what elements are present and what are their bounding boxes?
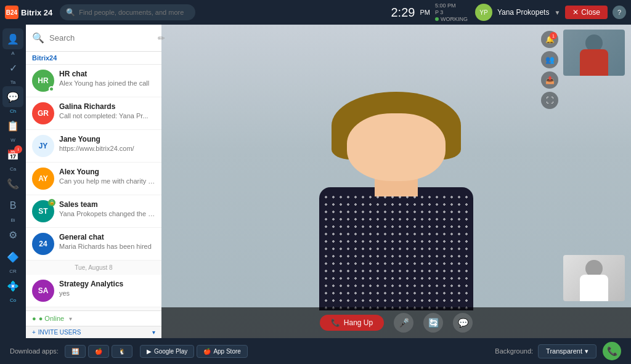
invite-users-bar[interactable]: + INVITE USERS ▾ <box>26 326 161 338</box>
windows-app-button[interactable]: 🪟 <box>65 345 86 358</box>
apple-icon: 🍎 <box>95 348 102 355</box>
people-count: P 3 <box>435 9 468 15</box>
sidebar-label-w: W <box>10 137 15 143</box>
user-dropdown-icon[interactable]: ▼ <box>554 9 560 16</box>
search-bar[interactable]: 🔍 <box>60 4 195 20</box>
people-icon-btn[interactable]: 👥 <box>541 51 558 68</box>
chat-item-content: General chat Maria Richards has been hir… <box>59 233 155 250</box>
chat-item-preview: Can you help me with charity di... <box>59 177 155 185</box>
list-item[interactable]: ST 🔒 Sales team Yana Prokopets changed t… <box>26 195 161 228</box>
activity-icon: 👤 <box>7 33 19 45</box>
help-button[interactable]: ? <box>613 6 626 19</box>
list-item[interactable]: 24 General chat Maria Richards has been … <box>26 228 161 261</box>
phone-icon-bottom: 📞 <box>607 346 617 356</box>
sidebar-item-calendar[interactable]: 📅 i <box>2 144 23 165</box>
search-input[interactable] <box>79 9 189 16</box>
bitrix-icon: B <box>10 200 17 211</box>
sidebar-item-activity[interactable]: 👤 <box>2 28 23 49</box>
apple-app-button[interactable]: 🍎 <box>88 345 109 358</box>
sidebar-item-bitrix[interactable]: B <box>2 195 23 216</box>
sidebar-label-co: Co <box>10 297 16 303</box>
bottom-bar: Download apps: 🪟 🍎 🐧 ▶ Google Play 🍎 App… <box>0 338 631 364</box>
google-play-button[interactable]: ▶ Google Play <box>140 345 194 358</box>
transparent-button[interactable]: Transparent ▾ <box>538 344 596 358</box>
sidebar-item-phone[interactable]: 📞 <box>2 173 23 194</box>
hangup-button[interactable]: 📞 Hang Up <box>320 315 384 331</box>
chat-item-preview: yes <box>59 289 155 297</box>
sidebar-item-settings[interactable]: ⚙ <box>2 224 23 245</box>
phone-button-bottom[interactable]: 📞 <box>603 342 621 360</box>
app-store-button[interactable]: 🍎 App Store <box>197 345 247 358</box>
sidebar-label-cr: CR <box>9 269 17 274</box>
chat-item-content: Alex Young Can you help me with charity … <box>59 168 155 185</box>
chat-search-icon: 🔍 <box>32 32 44 44</box>
tasks-icon: ✓ <box>9 62 17 74</box>
chat-item-name: HR chat <box>59 70 155 78</box>
mute-button[interactable]: 🎤 <box>394 313 413 333</box>
chat-item-name: Sales team <box>59 200 155 209</box>
crm-icon: 🔷 <box>7 251 19 263</box>
chat-panel: 🔍 ✏ Bitrix24 HR HR chat Alex Young has j… <box>26 25 161 338</box>
phone-icon: 📞 <box>7 178 19 190</box>
search-icon: 🔍 <box>66 8 75 17</box>
avatar: 24 <box>32 233 54 255</box>
sidebar-item-chat[interactable]: 💬 <box>2 86 23 107</box>
list-item[interactable]: JY Jane Young https://www.bitrix24.com/ <box>26 130 161 163</box>
ampm: PM <box>420 9 430 16</box>
online-status-text: ● Online <box>39 315 65 322</box>
chat-item-name: Strategy Analytics <box>59 280 155 288</box>
sidebar-item-company[interactable]: 💠 <box>2 275 23 296</box>
video-right-icons: 🔔 1 👥 📤 ⛶ <box>541 31 558 109</box>
thumbnail-video-top <box>563 30 625 76</box>
settings-icon: ⚙ <box>9 229 17 241</box>
online-indicator <box>49 86 54 92</box>
sidebar-item-crm[interactable]: 🔷 <box>2 246 23 267</box>
list-item[interactable]: GR Galina Richards Call not completed: Y… <box>26 97 161 130</box>
online-chevron[interactable]: ▾ <box>69 315 72 322</box>
sidebar-item-tasks[interactable]: ✓ <box>2 57 23 78</box>
sidebar-label-a: A <box>11 51 14 56</box>
transparent-label: Transparent <box>546 347 582 355</box>
chat-search-input[interactable] <box>49 33 153 42</box>
download-label: Download apps: <box>10 347 59 355</box>
linux-app-button[interactable]: 🐧 <box>112 345 132 358</box>
avatar: GR <box>32 102 54 124</box>
list-item[interactable]: SA Strategy Analytics yes <box>26 275 161 307</box>
google-play-label: Google Play <box>154 348 187 355</box>
fullscreen-icon-btn[interactable]: ⛶ <box>541 92 558 109</box>
phone-hangup-icon: 📞 <box>331 318 340 327</box>
chat-video-button[interactable]: 💬 <box>453 313 473 333</box>
chat-video-icon: 💬 <box>458 318 468 328</box>
video-background: 🔔 1 👥 📤 ⛶ 📞 Hang Up 🎤 🔄 💬 <box>161 25 631 338</box>
chat-item-content: HR chat Alex Young has joined the call <box>59 70 155 87</box>
invite-chevron: ▾ <box>152 329 155 336</box>
list-item[interactable]: AY Alex Young Can you help me with chari… <box>26 163 161 195</box>
close-button[interactable]: ✕ Close <box>565 6 608 19</box>
compose-icon[interactable]: ✏ <box>158 33 165 43</box>
close-label: Close <box>581 8 600 17</box>
share-icon-btn[interactable]: 📤 <box>541 71 558 89</box>
chat-item-name: Galina Richards <box>59 102 155 111</box>
topbar: B24 Bitrix 24 🔍 2:29 PM 5:00 PM P 3 WORK… <box>0 0 631 25</box>
chat-item-preview: Yana Prokopets changed the c... <box>59 210 155 217</box>
chat-item-content: Sales team Yana Prokopets changed the c.… <box>59 200 155 217</box>
thumbnail-video-bottom <box>563 255 625 301</box>
sidebar-item-workgroups[interactable]: 📋 <box>2 115 23 136</box>
lock-icon: 🔒 <box>48 199 55 206</box>
chat-item-name: General chat <box>59 233 155 241</box>
chat-item-content: Strategy Analytics yes <box>59 280 155 297</box>
chat-item-preview: https://www.bitrix24.com/ <box>59 145 155 152</box>
plus-icon: + <box>32 329 36 336</box>
notifications-icon-btn[interactable]: 🔔 1 <box>541 31 558 48</box>
chat-item-content: Jane Young https://www.bitrix24.com/ <box>59 135 155 152</box>
chat-header: 🔍 ✏ <box>26 25 161 52</box>
bitrix-logo-icon: B24 <box>5 6 18 19</box>
camera-button[interactable]: 🔄 <box>423 313 443 333</box>
main-person-container <box>310 92 482 313</box>
username: Yana Prokopets <box>497 8 550 17</box>
dropdown-icon: ▾ <box>585 347 588 355</box>
app-store-icon: 🍎 <box>203 348 211 355</box>
video-controls: 📞 Hang Up 🎤 🔄 💬 <box>161 307 631 338</box>
left-sidebar: 👤 A ✓ Ta 💬 Ch 📋 W 📅 i Ca 📞 B Bi ⚙ 🔷 CR 💠… <box>0 25 26 338</box>
list-item[interactable]: HR HR chat Alex Young has joined the cal… <box>26 65 161 97</box>
